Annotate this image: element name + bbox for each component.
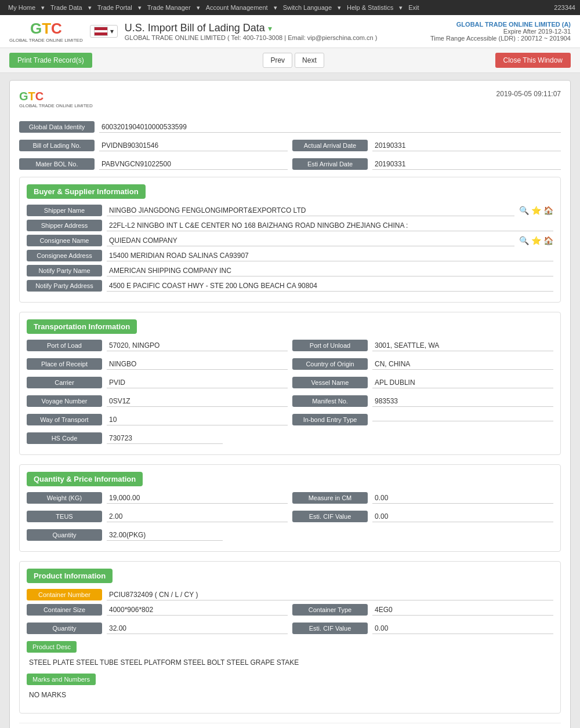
print-button-top[interactable]: Print Trade Record(s): [9, 53, 92, 68]
card-logo-subtitle: GLOBAL TRADE ONLINE LIMITED: [19, 103, 93, 108]
global-data-identity-value: 6003201904010000533599: [99, 122, 561, 133]
place-receipt-field: Place of Receipt NINGBO: [27, 358, 288, 370]
port-load-value: 57020, NINGPO: [107, 340, 288, 351]
consignee-search-icon[interactable]: 🔍: [519, 236, 529, 245]
card-logo-text: GTC: [19, 90, 93, 103]
quantity-price-section: Quantity & Price Information Weight (KG)…: [19, 464, 561, 552]
nav-exit[interactable]: Exit: [405, 2, 422, 13]
actual-arrival-label: Actual Arrival Date: [292, 140, 368, 151]
logo-subtitle: GLOBAL TRADE ONLINE LIMITED: [9, 38, 83, 43]
product-esti-cif-value: 0.00: [372, 623, 553, 634]
shipper-search-icon[interactable]: 🔍: [519, 206, 529, 215]
title-dropdown-icon[interactable]: ▾: [268, 24, 272, 33]
shipper-icons: 🔍 ⭐ 🏠: [519, 206, 553, 215]
shipper-star-icon[interactable]: ⭐: [531, 206, 541, 215]
esti-cif-value: 0.00: [372, 511, 553, 522]
notify-party-name-row: Notify Party Name AMERICAN SHIPPING COMP…: [27, 265, 553, 276]
quantity-price-title: Quantity & Price Information: [27, 472, 143, 486]
consignee-address-row: Consignee Address 15400 MERIDIAN ROAD SA…: [27, 250, 553, 261]
nav-switch-language[interactable]: Switch Language: [280, 2, 335, 13]
shipper-name-value: NINGBO JIANGDONG FENGLONGIMPORT&EXPORTCO…: [107, 205, 514, 216]
esti-arrival-value: 20190331: [372, 159, 561, 170]
notify-party-address-value: 4500 E PACIFIC COAST HWY - STE 200 LONG …: [107, 281, 553, 292]
product-quantity-label: Quantity: [27, 623, 102, 634]
quantity-label: Quantity: [27, 529, 102, 541]
bol-row: Bill of Lading No. PVIDNB90301546 Actual…: [19, 140, 561, 155]
consignee-address-value: 15400 MERIDIAN ROAD SALINAS CA93907: [107, 250, 553, 261]
product-esti-cif-label: Esti. CIF Value: [292, 623, 368, 634]
bol-no-label: Bill of Lading No.: [19, 140, 95, 151]
card-timestamp: 2019-05-05 09:11:07: [496, 90, 561, 98]
notify-party-name-label: Notify Party Name: [27, 265, 102, 276]
way-transport-field: Way of Transport 10: [27, 414, 288, 425]
consignee-icons: 🔍 ⭐ 🏠: [519, 236, 553, 245]
country-origin-field: Country of Origin CN, CHINA: [292, 358, 553, 370]
container-type-label: Container Type: [292, 604, 368, 616]
product-desc-row: Product Desc STEEL PLATE STEEL TUBE STEE…: [27, 641, 553, 669]
header-left: GTC GLOBAL TRADE ONLINE LIMITED ▾ U.S. I…: [9, 20, 377, 43]
inbond-label: In-bond Entry Type: [292, 414, 368, 425]
quantity-value: 32.00(PKG): [107, 530, 223, 541]
container-number-value: PCIU8732409 ( CN / L / CY ): [107, 589, 553, 600]
shipper-name-row: Shipper Name NINGBO JIANGDONG FENGLONGIM…: [27, 205, 553, 216]
container-type-field: Container Type 4EG0: [292, 604, 553, 616]
container-size-label: Container Size: [27, 604, 102, 616]
hs-code-label: HS Code: [27, 432, 102, 444]
way-transport-label: Way of Transport: [27, 414, 102, 425]
way-transport-value: 10: [107, 414, 288, 425]
weight-label: Weight (KG): [27, 492, 102, 504]
inbond-field: In-bond Entry Type: [292, 414, 553, 425]
notify-party-name-value: AMERICAN SHIPPING COMPANY INC: [107, 265, 553, 276]
container-size-type-row: Container Size 4000*906*802 Container Ty…: [27, 604, 553, 619]
header-title-area: U.S. Import Bill of Lading Data ▾ GLOBAL…: [125, 22, 378, 41]
bol-no-value: PVIDNB90301546: [99, 140, 288, 151]
product-desc-label: Product Desc: [27, 641, 77, 653]
voyage-number-label: Voyage Number: [27, 395, 102, 407]
actual-arrival-value: 20190331: [372, 140, 561, 151]
place-receipt-value: NINGBO: [107, 359, 288, 370]
logo: GTC GLOBAL TRADE ONLINE LIMITED: [9, 20, 83, 43]
way-inbond-row: Way of Transport 10 In-bond Entry Type: [27, 414, 553, 429]
weight-measure-row: Weight (KG) 19,000.00 Measure in CM 0.00: [27, 492, 553, 507]
account-number: 223344: [554, 4, 575, 11]
consignee-star-icon[interactable]: ⭐: [531, 236, 541, 245]
nav-menu: My Home▾ Trade Data▾ Trade Portal▾ Trade…: [5, 2, 422, 13]
company-name[interactable]: GLOBAL TRADE ONLINE LIMITED (A): [430, 21, 571, 28]
manifest-label: Manifest No.: [292, 395, 368, 407]
port-unload-label: Port of Unload: [292, 340, 368, 351]
nav-my-home[interactable]: My Home: [5, 2, 39, 13]
flag-selector[interactable]: ▾: [90, 25, 118, 38]
expire-date: Expire After 2019-12-31: [430, 28, 571, 35]
nav-trade-manager[interactable]: Trade Manager: [144, 2, 194, 13]
us-flag: [94, 27, 108, 36]
weight-field: Weight (KG) 19,000.00: [27, 492, 288, 504]
container-number-row: Container Number PCIU8732409 ( CN / L / …: [27, 589, 553, 600]
carrier-label: Carrier: [27, 377, 102, 388]
logo-gtc: GTC: [9, 20, 83, 38]
hs-code-value: 730723: [107, 433, 223, 444]
nav-trade-portal[interactable]: Trade Portal: [94, 2, 136, 13]
main-content: GTC GLOBAL TRADE ONLINE LIMITED 2019-05-…: [0, 73, 580, 728]
marks-row: Marks and Numbers NO MARKS: [27, 674, 553, 701]
voyage-number-field: Voyage Number 0SV1Z: [27, 395, 288, 407]
consignee-address-label: Consignee Address: [27, 250, 102, 261]
prev-button-top[interactable]: Prev: [263, 53, 292, 68]
shipper-home-icon[interactable]: 🏠: [543, 206, 553, 215]
consignee-name-label: Consignee Name: [27, 235, 102, 246]
product-qty-cif-row: Quantity 32.00 Esti. CIF Value 0.00: [27, 623, 553, 638]
close-button-top[interactable]: Close This Window: [495, 53, 571, 68]
nav-trade-data[interactable]: Trade Data: [47, 2, 86, 13]
esti-arrival-field: Esti Arrival Date 20190331: [292, 158, 561, 170]
measure-label: Measure in CM: [292, 492, 368, 504]
product-info-section: Product Information Container Number PCI…: [19, 561, 561, 714]
nav-help-statistics[interactable]: Help & Statistics: [343, 2, 397, 13]
master-bol-label: Mater BOL No.: [19, 158, 95, 170]
next-button-top[interactable]: Next: [295, 53, 324, 68]
card-logo: GTC GLOBAL TRADE ONLINE LIMITED: [19, 90, 93, 108]
buyer-supplier-title: Buyer & Supplier Information: [27, 184, 146, 199]
marks-value: NO MARKS: [27, 689, 553, 701]
consignee-home-icon[interactable]: 🏠: [543, 236, 553, 245]
header-subtitle: GLOBAL TRADE ONLINE LIMITED ( Tel: 400-7…: [125, 34, 378, 41]
nav-account-management[interactable]: Account Management: [202, 2, 271, 13]
port-unload-value: 3001, SEATTLE, WA: [372, 340, 553, 351]
